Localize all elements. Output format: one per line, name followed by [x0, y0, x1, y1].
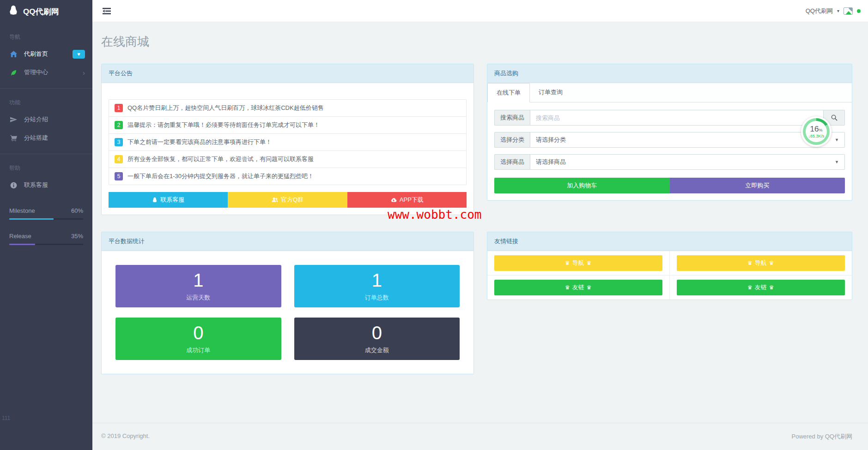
- friend-link-button[interactable]: ♛ 友链 ♛: [677, 280, 845, 295]
- sidebar-item-label: 分站搭建: [24, 134, 48, 142]
- qq-penguin-icon: [152, 197, 158, 203]
- crown-icon: ♛: [587, 260, 592, 266]
- heart-icon: ♥: [77, 52, 80, 57]
- select-product-label: 选择商品: [494, 154, 530, 170]
- list-item: 1 QQ名片赞日刷上万，超快空间人气日刷百万，球球冰红茶CDK超低价销售: [109, 100, 466, 117]
- users-icon: [272, 197, 278, 203]
- sidebar-item-substation-build[interactable]: 分站搭建: [0, 129, 92, 147]
- list-item: 2 温馨提示：请勿重复下单哦！必须要等待前面任务订单完成才可以下单！: [109, 117, 466, 134]
- stat-card-successful-orders: 0 成功订单: [115, 318, 281, 360]
- category-select[interactable]: 请选择分类 ▼: [530, 132, 845, 148]
- announcement-text: 温馨提示：请勿重复下单哦！必须要等待前面任务订单完成才可以下单！: [127, 121, 320, 129]
- stat-value: 0: [372, 324, 382, 342]
- tab-online-order[interactable]: 在线下单: [487, 83, 530, 102]
- buy-now-button[interactable]: 立即购买: [670, 178, 845, 193]
- item-number-badge: 1: [115, 104, 123, 112]
- sidebar-section-label-nav: 导航: [0, 23, 92, 45]
- brand[interactable]: QQ代刷网: [0, 0, 92, 23]
- link-cell: ♛ 导航 ♛: [670, 251, 852, 276]
- panel-title: 平台公告: [102, 64, 473, 83]
- select-category-row: 选择分类 请选择分类 ▼: [494, 132, 845, 148]
- item-number-badge: 5: [115, 172, 123, 180]
- link-label: 友链: [572, 283, 584, 292]
- item-number-badge: 4: [115, 155, 123, 163]
- info-icon: [9, 182, 18, 189]
- link-label: 导航: [572, 259, 584, 267]
- stat-label: 成功订单: [186, 346, 210, 354]
- link-label: 友链: [755, 283, 767, 292]
- friend-link-button[interactable]: ♛ 友链 ♛: [494, 280, 662, 295]
- button-label: 官方Q群: [281, 196, 303, 204]
- sidebar: QQ代刷网 导航 代刷首页 ♥ 管理中心 › 功能 分站介绍 分站搭建 帮助 联…: [0, 0, 92, 450]
- list-item: 3 下单之前请一定要看完该商品的注意事项再进行下单！: [109, 134, 466, 151]
- tab-order-query[interactable]: 订单查询: [530, 83, 571, 102]
- crown-icon: ♛: [769, 260, 774, 266]
- app-download-button[interactable]: APP下载: [347, 192, 467, 208]
- shop-panel: 商品选购 在线下单 订单查询 16%: [487, 64, 852, 201]
- download-speed-gauge: 16% ↓85.3K/s: [801, 116, 832, 147]
- stat-card-total-orders: 1 订单总数: [294, 265, 460, 307]
- nav-link-button[interactable]: ♛ 导航 ♛: [494, 255, 662, 271]
- stat-card-operating-days: 1 运营天数: [115, 265, 281, 307]
- sidebar-item-label: 联系客服: [24, 181, 48, 189]
- sidebar-footnote: 111: [2, 415, 10, 421]
- brand-title: QQ代刷网: [23, 6, 59, 17]
- gauge-percent: 16: [810, 125, 819, 133]
- button-label: 联系客服: [160, 196, 184, 204]
- progress-track: [9, 244, 83, 245]
- sidebar-item-label: 管理中心: [24, 68, 48, 77]
- announcement-text: 一般下单后会在1-30分钟内提交到服务器，就让单子来的更猛烈些吧！: [127, 172, 314, 180]
- product-select[interactable]: 请选择商品 ▼: [530, 154, 845, 170]
- user-menu[interactable]: QQ代刷网: [806, 7, 833, 15]
- search-icon: [831, 114, 838, 121]
- nav-link-button[interactable]: ♛ 导航 ♛: [677, 255, 845, 271]
- main-area: QQ代刷网 ▾ 在线商城 平台公告 1 QQ: [92, 0, 868, 450]
- sidebar-item-contact-support[interactable]: 联系客服: [0, 176, 92, 194]
- stats-panel: 平台数据统计 1 运营天数 1 订单总数 0: [101, 232, 474, 374]
- sidebar-item-home[interactable]: 代刷首页 ♥: [0, 45, 92, 63]
- progress-fill: [9, 244, 35, 245]
- search-product-input[interactable]: [530, 110, 824, 126]
- chevron-right-icon: ›: [83, 69, 85, 76]
- stat-label: 运营天数: [186, 294, 210, 302]
- home-icon: [9, 51, 18, 57]
- topbar: QQ代刷网 ▾: [92, 0, 868, 22]
- sidebar-item-label: 代刷首页: [24, 50, 48, 58]
- select-category-label: 选择分类: [494, 132, 530, 148]
- gauge-speed-value: 85.3K/s: [810, 134, 825, 138]
- progress-release: Release 35%: [0, 233, 92, 245]
- add-to-cart-button[interactable]: 加入购物车: [494, 178, 670, 193]
- caret-down-icon: ▾: [837, 8, 839, 13]
- gauge-ring: 16% ↓85.3K/s: [803, 118, 830, 145]
- announcement-text: QQ名片赞日刷上万，超快空间人气日刷百万，球球冰红茶CDK超低价销售: [127, 104, 324, 112]
- page-title: 在线商城: [101, 34, 852, 50]
- sidebar-toggle-button[interactable]: [103, 8, 111, 14]
- contact-support-button[interactable]: 联系客服: [109, 192, 228, 208]
- page-content: 在线商城 平台公告 1 QQ名片赞日刷上万，超快空间人气日刷百万，球球冰红茶CD…: [92, 22, 868, 423]
- item-number-badge: 3: [115, 138, 123, 146]
- shop-tabs: 在线下单 订单查询: [487, 83, 852, 102]
- broken-avatar-icon[interactable]: [844, 7, 853, 15]
- stat-value: 0: [193, 324, 203, 342]
- official-qq-group-button[interactable]: 官方Q群: [228, 192, 347, 208]
- progress-value: 35%: [71, 233, 83, 240]
- stat-card-transaction-amount: 0 成交金额: [294, 318, 460, 360]
- crown-icon: ♛: [747, 260, 753, 266]
- announcement-list: 1 QQ名片赞日刷上万，超快空间人气日刷百万，球球冰红茶CDK超低价销售 2 温…: [109, 99, 467, 185]
- announcement-text: 下单之前请一定要看完该商品的注意事项再进行下单！: [127, 138, 272, 146]
- crown-icon: ♛: [747, 285, 753, 290]
- select-caret-icon: ▼: [835, 138, 839, 142]
- list-item: 4 所有业务全部恢复，都可以正常下单，欢迎尝试，有问题可以联系客服: [109, 151, 466, 168]
- crown-icon: ♛: [565, 285, 570, 290]
- announcements-panel: 平台公告 1 QQ名片赞日刷上万，超快空间人气日刷百万，球球冰红茶CDK超低价销…: [101, 64, 474, 215]
- cloud-download-icon: [390, 198, 397, 203]
- category-select-value: 请选择分类: [536, 136, 566, 144]
- select-product-row: 选择商品 请选择商品 ▼: [494, 154, 845, 170]
- announcement-text: 所有业务全部恢复，都可以正常下单，欢迎尝试，有问题可以联系客服: [127, 155, 314, 163]
- online-status-dot: [857, 9, 861, 13]
- sidebar-item-substation-intro[interactable]: 分站介绍: [0, 110, 92, 129]
- copyright-text: © 2019 Copyright.: [101, 432, 150, 441]
- panel-title: 平台数据统计: [102, 232, 473, 251]
- stat-value: 1: [372, 271, 382, 289]
- sidebar-item-admin-center[interactable]: 管理中心 ›: [0, 63, 92, 82]
